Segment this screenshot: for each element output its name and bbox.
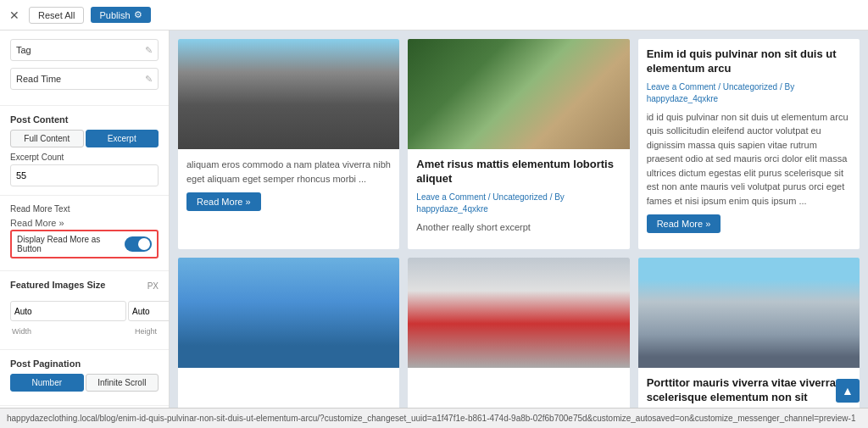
- post-meta: Leave a Comment / Uncategorized / By hap…: [647, 81, 851, 105]
- top-bar: ✕ Reset All Publish ⚙: [0, 0, 868, 31]
- post-image: [638, 258, 860, 368]
- post-excerpt: id id quis pulvinar non sit duis ut elem…: [647, 110, 851, 208]
- width-label: Width: [12, 327, 31, 336]
- tag-icon: ✎: [145, 45, 153, 56]
- tag-label: Tag: [16, 45, 31, 55]
- post-excerpt: Another really short excerpt: [416, 220, 620, 235]
- post-image: [408, 39, 629, 149]
- scroll-top-button[interactable]: ▲: [836, 379, 860, 403]
- read-time-input[interactable]: Read Time ✎: [10, 68, 159, 90]
- content-area: aliquam eros commodo a nam platea viverr…: [170, 31, 868, 408]
- close-button[interactable]: ✕: [7, 8, 22, 23]
- featured-images-section: Featured Images Size PX Apply Size Width…: [0, 271, 169, 350]
- read-more-text-value: Read More »: [10, 216, 159, 230]
- main-layout: Tag ✎ Read Time ✎ Post Content Full Cont…: [0, 31, 868, 408]
- post-meta: Leave a Comment / Uncategorized / By hap…: [416, 192, 620, 215]
- full-content-button[interactable]: Full Content: [10, 130, 84, 147]
- posts-grid: aliquam eros commodo a nam platea viverr…: [178, 39, 860, 408]
- publish-label: Publish: [99, 10, 130, 20]
- read-time-icon: ✎: [145, 74, 153, 85]
- post-image: [178, 258, 399, 368]
- height-input[interactable]: [128, 301, 170, 321]
- post-card-body: Porttitor mauris viverra vitae viverra s…: [638, 368, 860, 408]
- excerpt-count-input[interactable]: [10, 164, 159, 186]
- size-labels: Width Height: [10, 327, 159, 336]
- read-more-text-label: Read More Text: [10, 204, 159, 214]
- post-card: [178, 258, 399, 408]
- url-bar: happydazeclothing.local/blog/enim-id-qui…: [0, 408, 868, 428]
- read-time-field: Read Time ✎: [10, 68, 159, 90]
- excerpt-button[interactable]: Excerpt: [86, 130, 159, 147]
- display-read-more-toggle[interactable]: [125, 236, 152, 252]
- post-card: aliquam eros commodo a nam platea viverr…: [178, 39, 399, 249]
- post-card: Enim id quis pulvinar non sit duis ut el…: [638, 39, 860, 249]
- height-label: Height: [135, 327, 157, 336]
- publish-button[interactable]: Publish ⚙: [91, 7, 150, 23]
- post-title: Amet risus mattis elementum lobortis ali…: [416, 158, 620, 186]
- display-read-more-row: Display Read More as Button: [10, 230, 159, 258]
- post-card: Porttitor mauris viverra vitae viverra s…: [638, 258, 860, 408]
- infinite-scroll-button[interactable]: Infinite Scroll: [86, 374, 159, 392]
- display-read-more-label: Display Read More as Button: [17, 235, 125, 253]
- px-label: PX: [147, 281, 159, 291]
- post-card: [408, 258, 629, 408]
- tag-input[interactable]: Tag ✎: [10, 39, 159, 61]
- post-card-body: Enim id quis pulvinar non sit duis ut el…: [638, 39, 860, 242]
- post-card-body: aliquam eros commodo a nam platea viverr…: [178, 149, 399, 220]
- tag-field: Tag ✎: [10, 39, 159, 61]
- post-card-body: [408, 368, 629, 385]
- number-button[interactable]: Number: [10, 374, 84, 392]
- post-card-body: [178, 368, 399, 385]
- featured-images-title: Featured Images Size: [10, 280, 106, 290]
- post-pagination-title: Post Pagination: [10, 359, 159, 369]
- post-pagination-section: Post Pagination Number Infinite Scroll: [0, 350, 169, 406]
- post-pagination-toggle: Number Infinite Scroll: [10, 374, 159, 392]
- excerpt-count-label: Excerpt Count: [10, 153, 159, 162]
- post-image: [178, 39, 399, 149]
- post-title: Porttitor mauris viverra vitae viverra s…: [647, 376, 851, 405]
- tag-readtime-section: Tag ✎ Read Time ✎: [0, 31, 169, 106]
- post-title: Enim id quis pulvinar non sit duis ut el…: [647, 47, 851, 76]
- publish-gear-icon: ⚙: [134, 9, 142, 20]
- post-card: Amet risus mattis elementum lobortis ali…: [408, 39, 629, 249]
- size-inputs-row: Apply Size: [10, 298, 159, 324]
- url-text: happydazeclothing.local/blog/enim-id-qui…: [7, 414, 855, 423]
- post-image: [408, 258, 629, 368]
- read-more-text-section: Read More Text Read More » Display Read …: [0, 196, 169, 271]
- sidebar: Tag ✎ Read Time ✎ Post Content Full Cont…: [0, 31, 170, 408]
- reset-all-button[interactable]: Reset All: [29, 7, 84, 24]
- read-time-label: Read Time: [16, 74, 61, 84]
- read-more-button[interactable]: Read More »: [186, 192, 261, 211]
- post-content-title: Post Content: [10, 114, 159, 125]
- read-more-button[interactable]: Read More »: [647, 214, 721, 233]
- width-input[interactable]: [10, 301, 126, 321]
- post-excerpt: aliquam eros commodo a nam platea viverr…: [186, 158, 391, 186]
- post-content-section: Post Content Full Content Excerpt Excerp…: [0, 106, 169, 196]
- post-card-body: Amet risus mattis elementum lobortis ali…: [408, 149, 629, 249]
- post-content-toggle: Full Content Excerpt: [10, 130, 159, 147]
